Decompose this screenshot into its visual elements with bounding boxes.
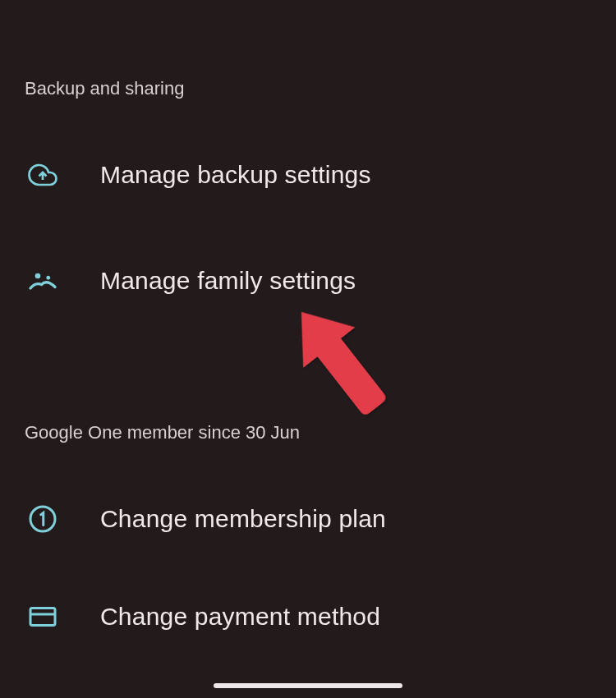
section-header-membership: Google One member since 30 Jun	[0, 299, 616, 443]
one-circle-icon	[25, 501, 61, 537]
menu-item-payment-method[interactable]: Change payment method	[0, 599, 616, 635]
home-indicator[interactable]	[214, 683, 402, 688]
menu-item-membership-plan[interactable]: Change membership plan	[0, 501, 616, 537]
menu-item-family-settings[interactable]: Manage family settings	[0, 263, 616, 299]
family-icon	[25, 263, 61, 299]
cloud-upload-icon	[25, 157, 61, 193]
credit-card-icon	[25, 599, 61, 635]
menu-label: Change payment method	[100, 603, 380, 631]
menu-label: Manage backup settings	[100, 161, 371, 189]
menu-label: Change membership plan	[100, 505, 386, 533]
section-header-backup: Backup and sharing	[0, 0, 616, 99]
menu-label: Manage family settings	[100, 267, 356, 295]
svg-point-1	[46, 276, 50, 280]
svg-point-0	[35, 273, 41, 279]
svg-rect-3	[30, 608, 55, 626]
menu-item-backup-settings[interactable]: Manage backup settings	[0, 157, 616, 193]
